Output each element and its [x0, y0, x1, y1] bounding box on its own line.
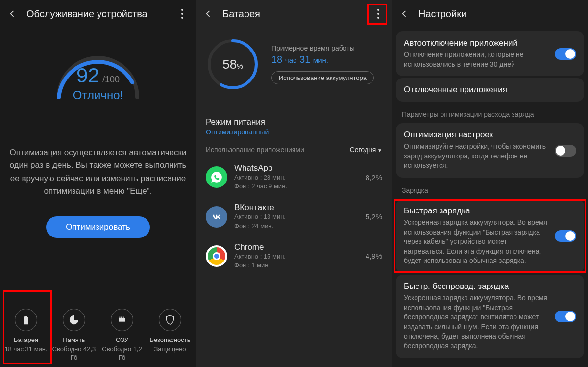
battery-percent: 58	[222, 57, 237, 72]
stat-security[interactable]: Безопасность Защищено	[147, 309, 193, 362]
ram-icon	[117, 315, 127, 325]
whatsapp-icon	[206, 166, 227, 188]
hours-unit: час	[285, 56, 297, 64]
setting-disabled-apps[interactable]: Отключенные приложения	[396, 78, 584, 102]
menu-icon[interactable]	[175, 7, 189, 21]
battery-icon	[21, 315, 31, 325]
stat-storage[interactable]: Память Свободно 42,3 Гб	[51, 309, 97, 362]
app-bg: Фон : 2 час 9 мин.	[234, 182, 359, 191]
back-button[interactable]	[203, 8, 214, 19]
app-row-whatsapp[interactable]: WhatsApp Активно : 28 мин. Фон : 2 час 9…	[196, 157, 392, 197]
setting-title: Автоотключение приложений	[404, 38, 549, 48]
app-active: Активно : 13 мин.	[234, 212, 359, 221]
app-active: Активно : 15 мин.	[234, 252, 359, 261]
usage-header: Использование приложениями	[206, 146, 304, 154]
battery-usage-button[interactable]: Использование аккумулятора	[271, 71, 374, 84]
svg-rect-3	[123, 317, 124, 318]
setting-title: Быстрая зарядка	[404, 206, 549, 216]
setting-auto-disable[interactable]: Автоотключение приложений Отключение при…	[396, 31, 584, 76]
setting-desc: Ускоренная зарядка аккумулятора. Во врем…	[404, 218, 549, 266]
power-mode-title[interactable]: Режим питания	[196, 111, 392, 127]
app-percent: 8,2%	[366, 173, 382, 182]
hours-value: 18	[271, 54, 282, 65]
battery-ring: 58%	[206, 37, 260, 91]
page-title: Обслуживание устройства	[26, 8, 167, 20]
app-percent: 4,9%	[366, 252, 382, 260]
optimize-button[interactable]: Оптимизировать	[46, 216, 150, 238]
svg-rect-2	[121, 317, 122, 318]
toggle-wireless-charge[interactable]	[555, 311, 576, 322]
stat-value: Свободно 1,2 Гб	[99, 345, 145, 362]
stat-value: Свободно 42,3 Гб	[51, 345, 97, 362]
app-name: WhatsApp	[234, 163, 359, 173]
mins-unit: мин.	[313, 56, 328, 64]
setting-wireless-charge[interactable]: Быстр. беспровод. зарядка Ускоренная зар…	[396, 275, 584, 358]
setting-desc: Ускоренная зарядка аккумулятора. Во врем…	[404, 293, 549, 351]
score-value: 92	[76, 64, 99, 87]
toggle-auto-disable[interactable]	[555, 48, 576, 60]
stat-value: Защищено	[154, 345, 186, 354]
stat-value: 18 час 31 мин.	[4, 345, 47, 354]
setting-title: Отключенные приложения	[404, 85, 576, 95]
back-button[interactable]	[399, 8, 410, 19]
app-active: Активно : 28 мин.	[234, 173, 359, 182]
chrome-icon	[206, 245, 227, 267]
mins-value: 31	[299, 54, 310, 65]
score-label: Отлично!	[44, 88, 152, 102]
time-label: Примерное время работы	[271, 44, 382, 52]
toggle-optimize[interactable]	[555, 145, 576, 157]
app-name: Chrome	[234, 242, 359, 252]
vk-icon	[206, 206, 227, 228]
app-row-vk[interactable]: ВКонтакте Активно : 13 мин. Фон : 24 мин…	[196, 197, 392, 236]
divider	[206, 106, 382, 106]
shield-icon	[165, 315, 175, 325]
section-charging: Зарядка	[392, 180, 588, 197]
power-mode-status: Оптимизированный	[196, 127, 392, 142]
setting-fast-charge[interactable]: Быстрая зарядка Ускоренная зарядка аккум…	[396, 199, 584, 273]
setting-title: Быстр. беспровод. зарядка	[404, 282, 549, 291]
section-optimization: Параметры оптимизации расхода заряда	[392, 104, 588, 121]
svg-rect-0	[119, 318, 125, 322]
stat-label: Безопасность	[150, 336, 191, 343]
app-row-chrome[interactable]: Chrome Активно : 15 мин. Фон : 1 мин. 4,…	[196, 236, 392, 276]
app-bg: Фон : 24 мин.	[234, 222, 359, 231]
period-dropdown[interactable]: Сегодня	[350, 146, 382, 154]
app-percent: 5,2%	[366, 212, 382, 221]
setting-desc: Оптимизируйте настройки, чтобы экономить…	[404, 142, 549, 171]
setting-title: Оптимизация настроек	[404, 130, 549, 140]
stat-label: ОЗУ	[116, 336, 128, 343]
svg-rect-1	[120, 317, 121, 318]
stat-ram[interactable]: ОЗУ Свободно 1,2 Гб	[99, 309, 145, 362]
description: Оптимизация осуществляется автоматически…	[0, 146, 196, 198]
back-button[interactable]	[7, 8, 18, 19]
app-name: ВКонтакте	[234, 203, 359, 212]
page-title: Настройки	[418, 8, 581, 20]
app-bg: Фон : 1 мин.	[234, 261, 359, 270]
stat-label: Память	[63, 336, 85, 343]
pie-icon	[69, 315, 79, 325]
page-title: Батарея	[222, 8, 363, 20]
stat-label: Батарея	[14, 336, 38, 343]
setting-desc: Отключение приложений, которые не исполь…	[404, 50, 549, 69]
score-gauge: 92 /100 Отлично!	[44, 33, 152, 102]
stat-battery[interactable]: Батарея 18 час 31 мин.	[3, 309, 49, 362]
menu-icon[interactable]	[371, 7, 385, 21]
setting-optimize[interactable]: Оптимизация настроек Оптимизируйте настр…	[396, 123, 584, 178]
score-max: /100	[102, 75, 120, 84]
toggle-fast-charge[interactable]	[555, 230, 576, 242]
